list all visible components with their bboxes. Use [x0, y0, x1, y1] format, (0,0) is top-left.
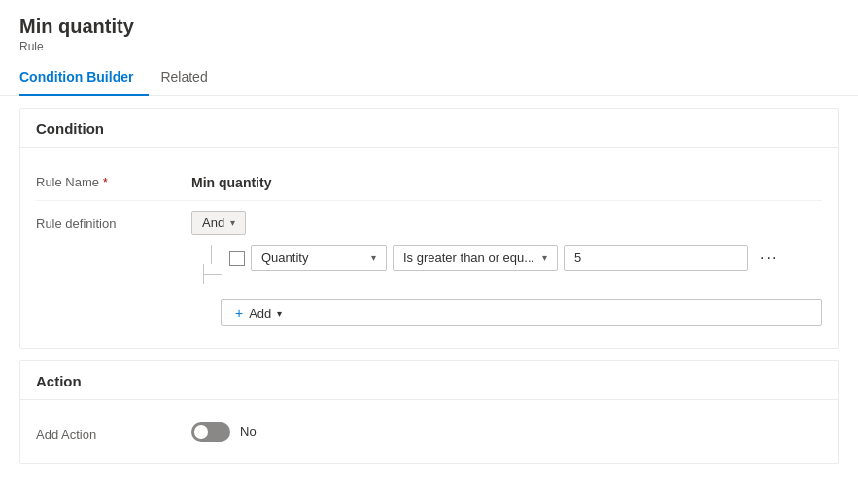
plus-icon: +	[235, 305, 243, 320]
tab-bar: Condition Builder Related	[0, 61, 858, 96]
toggle-container: No	[191, 422, 257, 442]
operator-chevron-icon: ▾	[542, 252, 547, 263]
action-section-title: Action	[20, 361, 838, 400]
h-branch	[203, 264, 222, 284]
action-form-body: Add Action No	[20, 400, 838, 463]
condition-tree: Quantity ▾ Is greater than or equ... ▾ ·…	[191, 245, 822, 284]
tree-connector	[191, 245, 222, 284]
page-header: Min quantity Rule	[0, 0, 858, 61]
add-action-toggle[interactable]	[191, 422, 230, 442]
rule-name-label: Rule Name *	[36, 169, 191, 189]
required-star: *	[103, 176, 108, 189]
tab-related[interactable]: Related	[160, 61, 223, 96]
rule-definition-row: Rule definition And ▾	[36, 201, 822, 336]
page-title: Min quantity	[19, 16, 839, 38]
operator-dropdown[interactable]: Is greater than or equ... ▾	[393, 245, 558, 271]
v-line-top	[211, 245, 212, 264]
rule-name-row: Rule Name * Min quantity	[36, 159, 822, 201]
toggle-value-label: No	[240, 424, 257, 439]
add-action-row: Add Action No	[36, 412, 822, 452]
toggle-track	[191, 422, 230, 442]
field-dropdown[interactable]: Quantity ▾	[251, 245, 387, 271]
condition-row-items: Quantity ▾ Is greater than or equ... ▾ ·…	[229, 245, 784, 271]
condition-form-body: Rule Name * Min quantity Rule definition…	[20, 148, 838, 348]
rule-name-value: Min quantity	[191, 169, 822, 190]
add-label: Add	[249, 306, 271, 320]
field-chevron-icon: ▾	[371, 252, 376, 263]
tab-condition-builder[interactable]: Condition Builder	[19, 61, 149, 96]
add-action-label: Add Action	[36, 421, 191, 442]
toggle-thumb	[194, 425, 208, 439]
and-dropdown[interactable]: And ▾	[191, 211, 246, 235]
action-section: Action Add Action No	[19, 360, 839, 464]
operator-label: Is greater than or equ...	[403, 251, 534, 265]
add-chevron-icon: ▾	[277, 308, 282, 319]
field-label: Quantity	[261, 251, 308, 265]
rule-definition-content: And ▾	[191, 211, 822, 326]
value-input[interactable]	[564, 245, 748, 271]
h-line	[204, 274, 222, 275]
more-options-button[interactable]: ···	[754, 248, 784, 269]
condition-checkbox[interactable]	[229, 251, 245, 266]
add-button[interactable]: + Add ▾	[221, 299, 822, 326]
condition-section-title: Condition	[20, 109, 838, 148]
page-subtitle: Rule	[19, 40, 839, 53]
condition-section: Condition Rule Name * Min quantity Rule …	[19, 108, 839, 349]
and-label: And	[202, 216, 224, 230]
and-chevron-icon: ▾	[230, 218, 235, 228]
rule-definition-label: Rule definition	[36, 211, 191, 231]
